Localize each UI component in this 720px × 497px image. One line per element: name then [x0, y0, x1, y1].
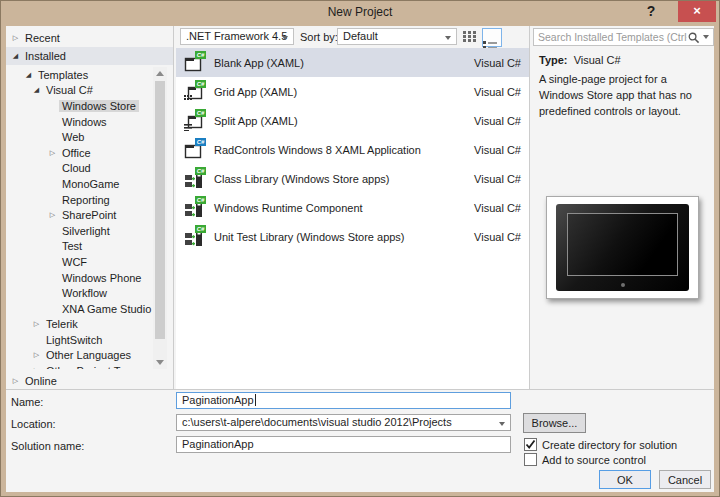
radcontrols-app-icon — [184, 140, 206, 160]
sort-by-label: Sort by: — [300, 31, 338, 43]
expander-icon[interactable] — [30, 86, 43, 94]
chevron-down-icon — [282, 36, 288, 40]
tablet-screen — [567, 213, 678, 276]
chevron-down-icon[interactable] — [703, 35, 709, 39]
framework-dropdown[interactable]: .NET Framework 4.5 — [180, 28, 294, 45]
template-row-blank-app[interactable]: Blank App (XAML) Visual C# — [176, 48, 529, 77]
template-row-split-app[interactable]: Split App (XAML) Visual C# — [176, 106, 529, 135]
browse-button[interactable]: Browse... — [523, 413, 586, 433]
cancel-button[interactable]: Cancel — [659, 470, 711, 489]
sidebar-item-recent[interactable]: Recent — [6, 29, 173, 47]
template-row-grid-app[interactable]: Grid App (XAML) Visual C# — [176, 77, 529, 106]
chevron-down-icon — [499, 422, 505, 426]
csharp-badge-icon — [195, 196, 206, 204]
csharp-badge-icon — [195, 80, 206, 88]
project-settings-form: Name: PaginationApp Location: c:\users\t… — [6, 390, 714, 492]
template-category-tree: Recent Installed Templates Visual C# Win… — [6, 26, 173, 389]
source-control-checkbox[interactable] — [524, 453, 537, 466]
expander-icon[interactable] — [9, 377, 22, 385]
template-list-panel: .NET Framework 4.5 Sort by: Default — [176, 26, 529, 389]
csharp-badge-icon — [195, 51, 206, 59]
split-app-icon — [184, 111, 206, 131]
dialog-title: New Project — [1, 5, 719, 19]
dialog-content: Recent Installed Templates Visual C# Win… — [6, 26, 714, 492]
sort-dropdown[interactable]: Default — [337, 28, 457, 45]
title-bar[interactable]: New Project ? × — [1, 1, 719, 26]
expander-icon[interactable] — [46, 149, 59, 157]
template-row-runtime-component[interactable]: Windows Runtime Component Visual C# — [176, 193, 529, 222]
solution-name-field[interactable]: PaginationApp — [176, 436, 511, 453]
source-control-label[interactable]: Add to source control — [542, 454, 646, 466]
sidebar-item-telerik[interactable]: Telerik — [6, 317, 153, 333]
sidebar-item-silverlight[interactable]: Silverlight — [6, 223, 153, 239]
template-row-radcontrols[interactable]: RadControls Windows 8 XAML Application V… — [176, 135, 529, 164]
close-button[interactable]: × — [678, 1, 716, 22]
ok-button[interactable]: OK — [599, 470, 651, 489]
template-description: A single-page project for a Windows Stor… — [539, 72, 711, 120]
sidebar-item-visual-csharp[interactable]: Visual C# — [6, 83, 153, 99]
csharp-badge-icon — [195, 138, 206, 146]
template-type: Type: Visual C# — [539, 54, 621, 66]
sidebar-item-sharepoint[interactable]: SharePoint — [6, 207, 153, 223]
new-project-dialog: New Project ? × Recent Installed Templat… — [0, 0, 720, 497]
close-icon: × — [693, 3, 701, 18]
expander-icon[interactable] — [30, 320, 43, 328]
class-library-icon — [184, 169, 206, 189]
checkmark-icon — [525, 439, 536, 450]
tablet-button-icon — [621, 283, 625, 287]
sidebar-item-xna-game-studio[interactable]: XNA Game Studio 4.0 — [6, 301, 153, 317]
list-view-button[interactable] — [482, 28, 502, 47]
sidebar-item-cloud[interactable]: Cloud — [6, 161, 153, 177]
template-info-panel: Search Installed Templates (Ctrl+E) Type… — [530, 26, 714, 389]
medium-icons-view-button[interactable] — [460, 28, 480, 47]
name-field[interactable]: PaginationApp — [176, 392, 511, 409]
sidebar-item-windows-store[interactable]: Windows Store — [6, 98, 153, 114]
scroll-down-icon[interactable] — [156, 360, 164, 365]
sidebar-item-installed[interactable]: Installed — [6, 47, 173, 65]
scroll-up-icon[interactable] — [156, 71, 164, 76]
name-label: Name: — [11, 396, 43, 408]
runtime-component-icon — [184, 198, 206, 218]
blank-app-icon — [184, 53, 206, 73]
help-button[interactable]: ? — [641, 3, 661, 23]
sidebar-item-other-languages[interactable]: Other Languages — [6, 348, 153, 364]
sidebar-item-windows-phone[interactable]: Windows Phone — [6, 270, 153, 286]
tree-scroll-area: Templates Visual C# Windows Store Window… — [6, 67, 153, 369]
sidebar-item-office[interactable]: Office — [6, 145, 153, 161]
sidebar-item-windows[interactable]: Windows — [6, 114, 153, 130]
expander-icon[interactable] — [30, 351, 43, 359]
chevron-down-icon — [445, 36, 451, 40]
text-caret — [255, 394, 256, 406]
sidebar-item-lightswitch[interactable]: LightSwitch — [6, 332, 153, 348]
csharp-badge-icon — [195, 109, 206, 117]
search-icon — [687, 31, 700, 44]
create-directory-checkbox[interactable] — [524, 438, 537, 451]
scrollbar-thumb[interactable] — [155, 81, 165, 339]
grid-view-icon — [460, 28, 480, 42]
sidebar-item-workflow[interactable]: Workflow — [6, 285, 153, 301]
template-row-class-library[interactable]: Class Library (Windows Store apps) Visua… — [176, 164, 529, 193]
sidebar-item-online[interactable]: Online — [6, 372, 173, 389]
solution-name-label: Solution name: — [11, 440, 84, 452]
sidebar-item-reporting[interactable]: Reporting — [6, 192, 153, 208]
sidebar-item-test[interactable]: Test — [6, 239, 153, 255]
expander-icon[interactable] — [22, 71, 35, 79]
tree-scrollbar[interactable] — [153, 67, 167, 369]
search-input[interactable]: Search Installed Templates (Ctrl+E) — [533, 28, 714, 46]
sidebar-item-web[interactable]: Web — [6, 129, 153, 145]
expander-icon[interactable] — [46, 211, 59, 219]
sidebar-item-other-project-types[interactable]: Other Project Types — [6, 363, 153, 369]
expander-icon[interactable] — [9, 52, 22, 60]
expander-icon[interactable] — [30, 367, 43, 369]
create-directory-label[interactable]: Create directory for solution — [542, 439, 677, 451]
panel-divider — [173, 26, 174, 389]
sidebar-item-wcf[interactable]: WCF — [6, 254, 153, 270]
expander-icon[interactable] — [9, 34, 22, 42]
csharp-badge-icon — [195, 167, 206, 175]
location-dropdown[interactable]: c:\users\t-alpere\documents\visual studi… — [176, 414, 511, 431]
grid-app-icon — [184, 82, 206, 102]
template-row-unit-test-library[interactable]: Unit Test Library (Windows Store apps) V… — [176, 222, 529, 251]
sidebar-item-monogame[interactable]: MonoGame — [6, 176, 153, 192]
sidebar-item-templates[interactable]: Templates — [6, 67, 153, 83]
unit-test-library-icon — [184, 227, 206, 247]
